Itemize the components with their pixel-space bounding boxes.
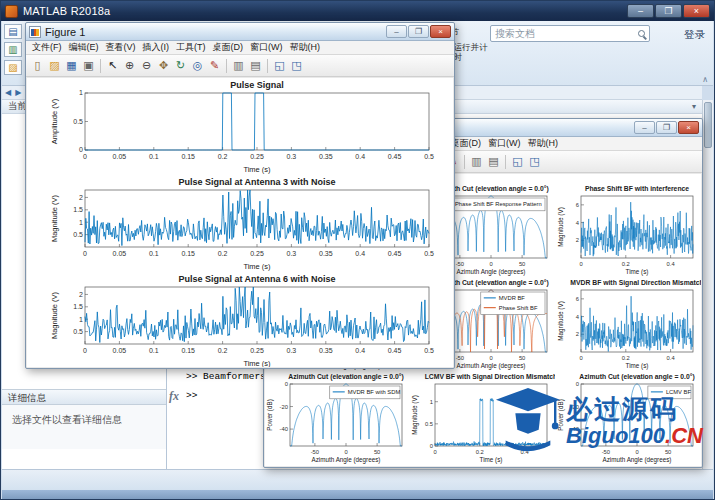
details-message: 选择文件以查看详细信息	[2, 405, 166, 449]
figure1-menubar: 文件(F)编辑(E)查看(V)插入(I)工具(T)桌面(D)窗口(W)帮助(H)	[26, 41, 454, 55]
svg-text:0.2: 0.2	[218, 153, 228, 160]
zoom-in-icon[interactable]: ⊕	[121, 58, 138, 74]
svg-text:0.5: 0.5	[424, 153, 434, 160]
doc-search-box[interactable]	[490, 25, 650, 42]
edit-plot-icon[interactable]: ↖	[104, 58, 121, 74]
svg-text:Azimuth Angle (degrees): Azimuth Angle (degrees)	[312, 456, 381, 464]
menu-desktop[interactable]: 桌面(D)	[213, 41, 244, 54]
svg-text:Pulse Signal at Antenna 3 with: Pulse Signal at Antenna 3 with Noise	[178, 177, 335, 187]
menu-desktop[interactable]: 桌面(D)	[451, 137, 482, 150]
svg-text:0: 0	[434, 449, 437, 455]
run-and-time-label: 运行并计时	[454, 43, 494, 63]
dock-figure-icon[interactable]: ◱	[509, 154, 526, 170]
svg-text:0.4: 0.4	[666, 355, 675, 361]
toolstrip-collapse-icon[interactable]: ∧	[702, 75, 708, 84]
minimize-button[interactable]: –	[386, 25, 407, 38]
insert-colorbar-icon[interactable]: ▥	[230, 58, 247, 74]
figure1-subplot-2: Pulse Signal at Antenna 3 with Noise00.0…	[27, 175, 453, 272]
save-figure-icon[interactable]: ▦	[63, 58, 80, 74]
rotate-3d-icon[interactable]: ↻	[172, 58, 189, 74]
watermark-brand-cn: 必过源码	[566, 396, 703, 423]
close-button[interactable]: ×	[683, 4, 710, 18]
search-icon[interactable]	[638, 30, 645, 37]
menu-edit[interactable]: 编辑(E)	[69, 41, 99, 54]
svg-text:Phase Shift BF with interferen: Phase Shift BF with interference	[585, 185, 689, 192]
zoom-out-icon[interactable]: ⊖	[138, 58, 155, 74]
svg-text:0.1: 0.1	[149, 153, 159, 160]
menu-window[interactable]: 窗口(W)	[250, 41, 283, 54]
svg-text:0: 0	[79, 146, 83, 153]
svg-text:MVDR BF with Signal Direction: MVDR BF with Signal Direction Mismatch	[570, 279, 701, 287]
menu-help[interactable]: 帮助(H)	[528, 137, 559, 150]
menu-help[interactable]: 帮助(H)	[290, 41, 321, 54]
svg-text:0.3: 0.3	[287, 153, 297, 160]
svg-text:0: 0	[83, 153, 87, 160]
minimize-button[interactable]: –	[627, 4, 654, 18]
brush-data-icon[interactable]: ✎	[206, 58, 223, 74]
maximize-button[interactable]: ❐	[408, 25, 429, 38]
svg-text:0: 0	[430, 443, 433, 449]
svg-text:Azimuth Cut (elevation angle =: Azimuth Cut (elevation angle = 0.0°)	[288, 373, 403, 381]
svg-text:0: 0	[579, 261, 582, 267]
close-button[interactable]: ×	[430, 25, 451, 38]
figure1-subplot-1: Pulse Signal00.050.10.150.20.250.30.350.…	[27, 78, 453, 175]
new-figure-icon[interactable]: ▯	[29, 58, 46, 74]
insert-legend-icon[interactable]: ▤	[247, 58, 264, 74]
insert-colorbar-icon[interactable]: ▥	[468, 154, 485, 170]
main-titlebar[interactable]: MATLAB R2018a –❐×	[1, 1, 714, 21]
toolstrip-left-rail: ▤▥▨	[4, 24, 26, 75]
svg-text:4: 4	[575, 314, 579, 320]
svg-text:0.4: 0.4	[355, 250, 365, 257]
toolbar-separator	[505, 155, 506, 169]
maximize-button[interactable]: ❐	[655, 4, 682, 18]
matlab-logo-icon	[5, 5, 18, 18]
svg-text:0.2: 0.2	[621, 355, 629, 361]
menu-insert[interactable]: 插入(I)	[143, 41, 170, 54]
menu-tools[interactable]: 工具(T)	[176, 41, 206, 54]
insert-legend-icon[interactable]: ▤	[485, 154, 502, 170]
toolbar-separator	[464, 155, 465, 169]
login-button[interactable]: 登录	[684, 28, 705, 42]
menu-file[interactable]: 文件(F)	[32, 41, 62, 54]
svg-text:1.5: 1.5	[73, 303, 83, 310]
open-file-icon[interactable]: ▨	[4, 60, 22, 75]
open-file-icon[interactable]: ▨	[46, 58, 63, 74]
scrollbar-thumb[interactable]	[704, 102, 712, 148]
new-live-script-icon[interactable]: ▥	[4, 42, 22, 57]
details-header[interactable]: 详细信息	[2, 389, 166, 405]
svg-text:0.5: 0.5	[424, 347, 434, 354]
svg-text:0.5: 0.5	[73, 118, 83, 125]
close-button[interactable]: ×	[678, 121, 699, 134]
svg-text:50: 50	[519, 355, 525, 361]
maximize-button[interactable]: ❐	[656, 121, 677, 134]
svg-text:-50: -50	[456, 355, 464, 361]
new-script-icon[interactable]: ▤	[4, 24, 22, 39]
menu-window[interactable]: 窗口(W)	[488, 137, 521, 150]
command-window-menu-icon[interactable]: ▾	[692, 102, 696, 111]
link-plots-icon[interactable]: ◳	[526, 154, 543, 170]
menu-view[interactable]: 查看(V)	[106, 41, 136, 54]
fx-icon: fx	[169, 389, 179, 404]
svg-text:1.5: 1.5	[73, 206, 83, 213]
doc-search-input[interactable]	[495, 28, 635, 39]
back-icon[interactable]: ◀	[5, 88, 11, 97]
svg-text:1: 1	[79, 219, 83, 226]
pan-icon[interactable]: ✥	[155, 58, 172, 74]
svg-text:0.2: 0.2	[621, 261, 629, 267]
forward-icon[interactable]: ▶	[15, 88, 21, 97]
print-icon[interactable]: ▣	[80, 58, 97, 74]
main-window-controls: –❐×	[627, 4, 710, 18]
minimize-button[interactable]: –	[634, 121, 655, 134]
figure1-window-controls: –❐×	[386, 25, 451, 38]
svg-text:6: 6	[575, 202, 578, 208]
data-cursor-icon[interactable]: ◎	[189, 58, 206, 74]
svg-text:0.5: 0.5	[425, 421, 433, 427]
statusbar	[2, 469, 713, 490]
svg-text:0: 0	[344, 449, 347, 455]
svg-text:Magnitude (V): Magnitude (V)	[557, 207, 565, 247]
dock-figure-icon[interactable]: ◱	[271, 58, 288, 74]
svg-text:0.25: 0.25	[250, 153, 264, 160]
figure2-subplot-3: Phase Shift BF with interference00.20.42…	[556, 184, 701, 278]
figure1-titlebar[interactable]: Figure 1 –❐×	[26, 23, 454, 41]
link-plots-icon[interactable]: ◳	[288, 58, 305, 74]
